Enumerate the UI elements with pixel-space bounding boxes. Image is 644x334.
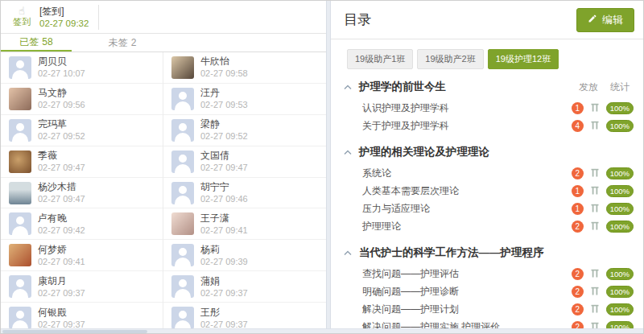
- student-time: 02-27 10:07: [38, 68, 85, 79]
- completion-badge: 100%: [606, 185, 634, 197]
- student-name: 胡宁宁: [200, 181, 248, 193]
- lesson-item[interactable]: 关于护理及护理学科 4100%: [344, 117, 634, 134]
- bar-chart-icon[interactable]: [590, 186, 600, 196]
- toc-section: 护理学的前世今生 发放 统计 认识护理及护理学科 1100% 关于护理及护理学科…: [344, 80, 634, 134]
- avatar: [171, 88, 194, 110]
- lesson-title: 认识护理及护理学科: [362, 101, 449, 115]
- completion-badge: 100%: [606, 303, 634, 315]
- lesson-item[interactable]: 压力与适应理论 1100%: [344, 200, 634, 217]
- bar-chart-icon[interactable]: [590, 103, 600, 113]
- student-time: 02-27 09:52: [200, 130, 248, 142]
- section-header[interactable]: 护理的相关理论及护理理论: [344, 145, 634, 159]
- signin-icon-label: 签到: [9, 17, 35, 27]
- avatar: [171, 244, 194, 266]
- toc-panel: 目录 编辑 19级助产1班 19级助产2班 19级护理12班 护理学的前世今生 …: [331, 1, 643, 333]
- chevron-up-icon[interactable]: [344, 85, 352, 90]
- tab-signed-label: 已签: [19, 35, 39, 49]
- bar-chart-icon[interactable]: [590, 168, 600, 178]
- app-window: ☝ 签到 [签到] 02-27 09:32 已签 58 未签 2 周贝贝: [0, 0, 644, 334]
- section-header[interactable]: 护理学的前世今生 发放 统计: [344, 80, 634, 94]
- student-cell[interactable]: 汪丹02-27 09:53: [163, 84, 326, 115]
- student-cell[interactable]: 王子潇02-27 09:41: [163, 208, 326, 240]
- tab-unsigned-label: 未签: [109, 36, 128, 50]
- student-cell[interactable]: 梁静02-27 09:52: [163, 115, 326, 146]
- student-time: 02-27 09:46: [200, 193, 248, 204]
- column-header-release: 发放: [579, 80, 598, 94]
- student-cell[interactable]: 马文静02-27 09:56: [1, 84, 163, 115]
- student-cell[interactable]: 胡宁宁02-27 09:46: [163, 178, 326, 209]
- tab-signed[interactable]: 已签 58: [1, 34, 72, 52]
- student-name: 完玛草: [38, 118, 85, 130]
- bar-chart-icon[interactable]: [590, 269, 600, 278]
- student-cell[interactable]: 杨沙木措02-27 09:47: [1, 178, 163, 209]
- tab-unsigned[interactable]: 未签 2: [94, 34, 151, 52]
- student-cell[interactable]: 卢有晚02-27 09:42: [1, 208, 163, 240]
- lesson-item[interactable]: 人类基本需要层次理论 1100%: [344, 182, 634, 200]
- student-cell[interactable]: 周贝贝02-27 10:07: [1, 52, 163, 84]
- class-tab-1[interactable]: 19级助产1班: [347, 49, 413, 69]
- chevron-up-icon[interactable]: [344, 150, 352, 155]
- student-cell[interactable]: 何梦娇02-27 09:41: [1, 240, 163, 271]
- activity-meta: [签到] 02-27 09:32: [39, 5, 99, 30]
- class-tab-3[interactable]: 19级护理12班: [488, 49, 559, 69]
- tab-signed-count: 58: [42, 36, 52, 47]
- lesson-title: 压力与适应理论: [362, 202, 430, 216]
- student-time: 02-27 09:39: [200, 256, 248, 267]
- bar-chart-icon[interactable]: [590, 204, 600, 213]
- bar-chart-icon[interactable]: [590, 121, 600, 130]
- avatar: [171, 307, 194, 329]
- student-cell[interactable]: 牛欣怡02-27 09:58: [163, 52, 326, 84]
- lesson-title: 人类基本需要层次理论: [362, 184, 459, 198]
- completion-badge: 100%: [606, 268, 634, 280]
- bar-chart-icon[interactable]: [590, 304, 600, 314]
- student-time: 02-27 09:56: [38, 99, 85, 110]
- chevron-up-icon[interactable]: [344, 250, 352, 256]
- release-count-badge: 1: [572, 102, 584, 114]
- bar-chart-icon[interactable]: [590, 221, 600, 231]
- lesson-item[interactable]: 认识护理及护理学科 1100%: [344, 99, 634, 117]
- lesson-title: 明确问题——护理诊断: [362, 285, 459, 299]
- edit-button[interactable]: 编辑: [576, 8, 634, 32]
- release-count-badge: 2: [572, 268, 584, 280]
- student-column-left: 周贝贝02-27 10:07 马文静02-27 09:56 完玛草02-27 0…: [1, 52, 163, 333]
- attendance-panel: ☝ 签到 [签到] 02-27 09:32 已签 58 未签 2 周贝贝: [1, 1, 326, 333]
- student-time: 02-27 09:47: [200, 162, 248, 173]
- section-header[interactable]: 当代护士的科学工作方法——护理程序: [344, 245, 634, 260]
- student-cell[interactable]: 季薇02-27 09:47: [1, 146, 163, 178]
- student-name: 季薇: [38, 150, 85, 162]
- lesson-item[interactable]: 明确问题——护理诊断 2100%: [344, 282, 634, 300]
- lesson-item[interactable]: 解决问题——护理计划 2100%: [344, 300, 634, 318]
- student-cell[interactable]: 文国倩02-27 09:47: [163, 146, 326, 178]
- horizontal-scrollbar: [1, 328, 643, 333]
- student-name: 牛欣怡: [200, 56, 248, 68]
- lesson-item[interactable]: 查找问题——护理评估 2100%: [344, 265, 634, 282]
- page-title: 目录: [344, 10, 371, 29]
- avatar: [171, 151, 194, 173]
- lesson-item[interactable]: 系统论 2100%: [344, 164, 634, 182]
- lesson-title: 查找问题——护理评估: [362, 267, 459, 281]
- student-name: 周贝贝: [38, 56, 85, 68]
- student-cell[interactable]: 完玛草02-27 09:52: [1, 115, 163, 146]
- section-title: 护理的相关理论及护理理论: [359, 145, 489, 159]
- avatar: [171, 56, 194, 79]
- column-header-stats: 统计: [610, 80, 630, 94]
- lesson-title: 关于护理及护理学科: [362, 119, 449, 133]
- class-tab-2[interactable]: 19级助产2班: [417, 49, 483, 69]
- release-count-badge: 1: [572, 185, 584, 197]
- lesson-item[interactable]: 护理理论 2100%: [344, 217, 634, 235]
- student-time: 02-27 09:47: [38, 162, 85, 173]
- student-cell[interactable]: 蒲娟02-27 09:37: [163, 271, 326, 303]
- avatar: [9, 56, 31, 79]
- student-cell[interactable]: 杨莉02-27 09:39: [163, 240, 326, 271]
- release-count-badge: 2: [572, 286, 584, 298]
- avatar: [9, 244, 31, 266]
- horizontal-scrollbar-thumb[interactable]: [2, 330, 147, 333]
- avatar: [9, 151, 31, 173]
- avatar: [9, 212, 31, 235]
- bar-chart-icon[interactable]: [590, 287, 600, 296]
- pencil-icon: [588, 14, 597, 26]
- activity-time: 02-27 09:32: [39, 18, 89, 30]
- student-name: 杨沙木措: [38, 181, 85, 193]
- student-name: 王子潇: [200, 212, 248, 225]
- student-cell[interactable]: 康胡月02-27 09:37: [1, 271, 163, 303]
